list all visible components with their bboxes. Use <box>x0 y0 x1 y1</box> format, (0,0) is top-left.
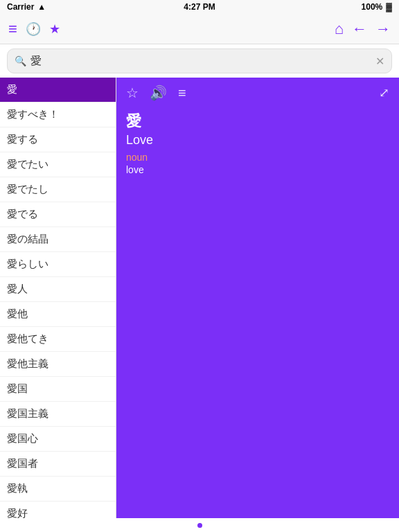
back-button[interactable]: ← <box>352 20 367 38</box>
word-list-item[interactable]: 愛国 <box>0 377 116 402</box>
history-button[interactable]: 🕐 <box>26 21 41 37</box>
word-list-item[interactable]: 愛でたし <box>0 177 116 202</box>
search-bar: 🔍 ✕ <box>7 48 392 73</box>
page-indicator <box>0 518 399 532</box>
carrier-label: Carrier <box>7 2 34 12</box>
word-list-item[interactable]: 愛でたい <box>0 152 116 177</box>
search-input[interactable] <box>30 55 371 67</box>
menu-button[interactable]: ≡ <box>8 20 17 38</box>
status-bar: Carrier ▲ 4:27 PM 100% ▓ <box>0 0 399 14</box>
main-content: 愛愛すべき！愛する愛でたい愛でたし愛でる愛の結晶愛らしい愛人愛他愛他てき愛他主義… <box>0 78 399 518</box>
word-list-item[interactable]: 愛らしい <box>0 252 116 277</box>
page-dot <box>197 523 202 528</box>
word-list-item[interactable]: 愛人 <box>0 277 116 302</box>
word-list-item[interactable]: 愛すべき！ <box>0 103 116 127</box>
nav-bar: ≡ 🕐 ★ ⌂ ← → <box>0 14 399 44</box>
word-list-item[interactable]: 愛執 <box>0 477 116 502</box>
word-list-item[interactable]: 愛他主義 <box>0 352 116 377</box>
search-icon: 🔍 <box>15 55 26 66</box>
detail-word: 愛 <box>126 111 389 132</box>
word-list-item[interactable]: 愛他てき <box>0 327 116 352</box>
detail-meaning: love <box>126 164 389 175</box>
favorites-button[interactable]: ★ <box>49 21 60 37</box>
nav-left: ≡ 🕐 ★ <box>8 20 60 38</box>
wifi-icon: ▲ <box>37 2 46 12</box>
nav-right: ⌂ ← → <box>335 20 391 38</box>
word-list-item[interactable]: 愛でる <box>0 202 116 227</box>
battery-label: 100% <box>362 2 383 12</box>
detail-panel: ☆ 🔊 ≡ ⤢ 愛 Love noun love <box>116 78 399 518</box>
detail-part-of-speech: noun <box>126 152 389 163</box>
word-list-item[interactable]: 愛他 <box>0 302 116 327</box>
battery-icon: ▓ <box>386 2 392 12</box>
status-left: Carrier ▲ <box>7 2 46 12</box>
list-view-button[interactable]: ≡ <box>178 85 186 101</box>
home-button[interactable]: ⌂ <box>335 20 344 38</box>
word-list-item[interactable]: 愛好 <box>0 502 116 518</box>
word-list-item[interactable]: 愛 <box>0 78 116 103</box>
forward-button[interactable]: → <box>375 20 391 38</box>
detail-toolbar: ☆ 🔊 ≡ ⤢ <box>116 78 399 108</box>
detail-content: 愛 Love noun love <box>116 108 399 518</box>
word-list: 愛愛すべき！愛する愛でたい愛でたし愛でる愛の結晶愛らしい愛人愛他愛他てき愛他主義… <box>0 78 116 518</box>
search-clear-button[interactable]: ✕ <box>375 55 384 68</box>
detail-translation: Love <box>126 133 389 148</box>
status-time: 4:27 PM <box>184 2 215 12</box>
expand-button[interactable]: ⤢ <box>379 85 389 100</box>
word-list-item[interactable]: 愛国心 <box>0 427 116 452</box>
speaker-button[interactable]: 🔊 <box>150 85 167 101</box>
status-right: 100% ▓ <box>362 2 392 12</box>
star-tool-button[interactable]: ☆ <box>126 85 139 101</box>
word-list-item[interactable]: 愛する <box>0 127 116 152</box>
word-list-item[interactable]: 愛国者 <box>0 452 116 477</box>
word-list-item[interactable]: 愛国主義 <box>0 402 116 427</box>
word-list-item[interactable]: 愛の結晶 <box>0 227 116 252</box>
